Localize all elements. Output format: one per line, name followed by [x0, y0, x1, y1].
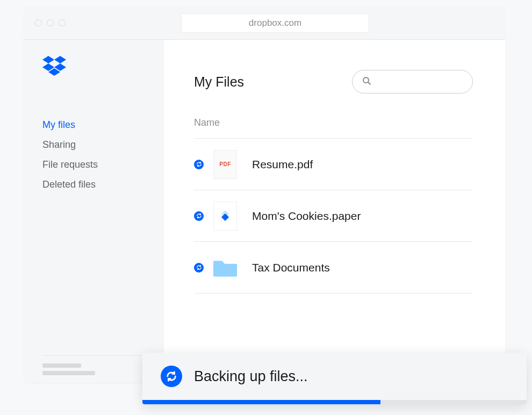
file-name: Resume.pdf [252, 158, 313, 171]
progress-bar [142, 400, 527, 404]
svg-point-5 [363, 77, 369, 83]
progress-fill [142, 400, 380, 404]
sidebar-item-file-requests[interactable]: File requests [42, 159, 164, 170]
sidebar: My files Sharing File requests Deleted f… [24, 40, 164, 383]
sidebar-item-deleted-files[interactable]: Deleted files [42, 179, 164, 190]
sync-icon [194, 211, 204, 221]
dropbox-logo-icon[interactable] [42, 56, 164, 78]
svg-line-6 [368, 82, 371, 84]
paper-file-icon [213, 202, 237, 231]
sidebar-item-sharing[interactable]: Sharing [42, 139, 164, 151]
sync-icon [194, 263, 204, 273]
backup-toast: Backing up files... [142, 353, 527, 404]
maximize-window-icon[interactable] [59, 19, 66, 26]
folder-icon [213, 253, 237, 282]
account-info-placeholder [42, 363, 95, 375]
search-input[interactable] [352, 70, 473, 94]
toast-message: Backing up files... [194, 368, 308, 385]
sync-icon [194, 160, 204, 169]
page-title: My Files [194, 74, 244, 90]
file-row[interactable]: Tax Documents [194, 242, 473, 294]
file-row[interactable]: Mom's Cookies.paper [194, 190, 473, 242]
svg-marker-1 [54, 56, 66, 63]
url-text: dropbox.com [249, 18, 301, 28]
search-icon [362, 76, 371, 88]
pdf-file-icon: PDF [213, 150, 237, 179]
main-header: My Files [194, 70, 473, 94]
close-window-icon[interactable] [35, 19, 42, 26]
file-row[interactable]: PDF Resume.pdf [194, 139, 473, 190]
column-header-name: Name [194, 117, 473, 139]
browser-titlebar: dropbox.com [24, 6, 505, 40]
file-name: Tax Documents [252, 261, 330, 274]
main-content: My Files Name [164, 40, 505, 383]
file-name: Mom's Cookies.paper [252, 210, 361, 223]
minimize-window-icon[interactable] [47, 19, 54, 26]
url-bar[interactable]: dropbox.com [181, 13, 369, 33]
sidebar-item-my-files[interactable]: My files [42, 119, 164, 131]
window-controls [35, 19, 66, 26]
browser-window: dropbox.com My files Sharing File reques… [24, 6, 505, 383]
app-body: My files Sharing File requests Deleted f… [24, 40, 505, 383]
svg-marker-0 [42, 56, 54, 63]
sync-icon [161, 366, 182, 387]
